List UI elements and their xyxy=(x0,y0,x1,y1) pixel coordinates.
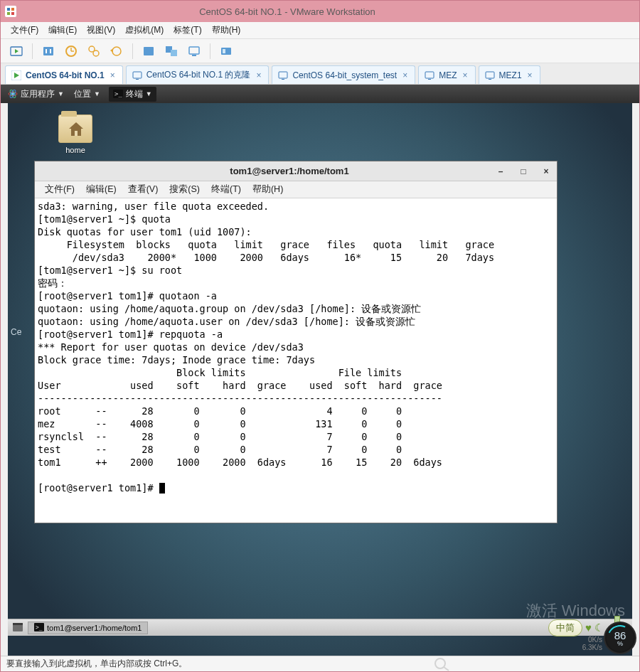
tab-close-icon[interactable]: × xyxy=(526,70,534,80)
tab-close-icon[interactable]: × xyxy=(401,70,409,80)
svg-rect-28 xyxy=(279,72,287,78)
toolbar-snapshot-button[interactable] xyxy=(61,42,81,60)
net-up: 6.3K/s xyxy=(582,644,602,651)
toolbar-power-button[interactable] xyxy=(6,42,26,60)
svg-marker-6 xyxy=(15,49,18,53)
svg-rect-9 xyxy=(50,49,51,53)
svg-rect-0 xyxy=(5,6,16,17)
heart-icon[interactable]: ♥ xyxy=(585,622,592,634)
svg-rect-29 xyxy=(282,79,284,80)
guest-places-menu[interactable]: 位置 ▼ xyxy=(73,88,102,100)
vm-icon xyxy=(278,70,288,80)
term-menu-edit[interactable]: 编辑(E) xyxy=(82,183,121,196)
terminal-titlebar[interactable]: tom1@server1:/home/tom1 – □ × xyxy=(35,161,557,181)
speed-unit: % xyxy=(617,640,623,647)
terminal-window[interactable]: tom1@server1:/home/tom1 – □ × 文件(F) 编辑(E… xyxy=(34,161,558,523)
terminal-menubar: 文件(F) 编辑(E) 查看(V) 搜索(S) 终端(T) 帮助(H) xyxy=(35,181,557,198)
tab-close-icon[interactable]: × xyxy=(255,70,262,80)
term-menu-search[interactable]: 搜索(S) xyxy=(165,183,204,196)
terminal-content[interactable]: sda3: warning, user file quota exceeded.… xyxy=(35,198,557,523)
vm-tab-bar: CentOS 64-bit NO.1 × CentOS 64-bit NO.1 … xyxy=(1,63,639,85)
svg-rect-42 xyxy=(75,131,78,136)
moon-icon[interactable]: ☾ xyxy=(594,622,604,634)
home-icon xyxy=(68,121,85,137)
truncated-label: Ce xyxy=(11,327,21,337)
toolbar-revert-button[interactable] xyxy=(107,42,127,60)
guest-taskbar: >_ tom1@server1:/home/tom1 中简 ♥ ☾ xyxy=(8,619,632,636)
guest-menu-label: 终端 xyxy=(126,88,143,100)
menu-vm[interactable]: 虚拟机(M) xyxy=(122,23,166,38)
vm-tab-2[interactable]: CentOS 64-bit NO.1 的克隆 × xyxy=(126,65,270,84)
toolbar-suspend-button[interactable] xyxy=(38,42,58,60)
vmware-logo-icon xyxy=(5,6,16,17)
guest-desktop[interactable]: home Ce tom1@server1:/home/tom1 – □ × 文件… xyxy=(1,103,639,656)
close-button[interactable]: × xyxy=(541,166,551,176)
vm-tab-label: MEZ xyxy=(439,70,457,80)
toolbar-console-button[interactable] xyxy=(184,42,204,60)
term-menu-view[interactable]: 查看(V) xyxy=(124,183,163,196)
menu-file[interactable]: 文件(F) xyxy=(8,23,41,38)
svg-rect-17 xyxy=(144,47,154,55)
svg-rect-27 xyxy=(136,79,139,80)
svg-rect-1 xyxy=(7,8,10,11)
svg-marker-16 xyxy=(110,48,113,53)
term-menu-help[interactable]: 帮助(H) xyxy=(248,183,287,196)
menu-edit[interactable]: 编辑(E) xyxy=(46,23,80,38)
terminal-icon: >_ xyxy=(34,623,44,633)
toolbar-unity-button[interactable] xyxy=(161,42,181,60)
vm-tab-5[interactable]: MEZ1 × xyxy=(479,65,540,84)
guest-applications-menu[interactable]: 应用程序 ▼ xyxy=(6,88,65,100)
tab-close-icon[interactable]: × xyxy=(109,70,117,80)
svg-line-48 xyxy=(444,667,449,671)
toolbar-fullscreen-button[interactable] xyxy=(139,42,159,60)
toolbar-snapshot-manager-button[interactable] xyxy=(84,42,104,60)
net-down: 0K/s xyxy=(582,636,602,644)
svg-rect-21 xyxy=(192,55,196,56)
taskbar-terminal-button[interactable]: >_ tom1@server1:/home/tom1 xyxy=(28,622,148,634)
menu-tabs[interactable]: 标签(T) xyxy=(171,23,204,38)
svg-text:>_: >_ xyxy=(114,90,122,97)
show-desktop-icon[interactable] xyxy=(12,622,23,634)
toolbar-thumbnail-button[interactable] xyxy=(216,42,236,60)
svg-point-15 xyxy=(112,47,121,55)
svg-rect-31 xyxy=(428,79,431,80)
host-border-left xyxy=(1,103,8,656)
vm-tab-label: CentOS 64-bit NO.1 的克隆 xyxy=(146,69,251,81)
chevron-down-icon: ▼ xyxy=(146,90,152,97)
svg-rect-19 xyxy=(171,50,177,56)
vm-tab-1[interactable]: CentOS 64-bit NO.1 × xyxy=(5,65,123,84)
svg-point-14 xyxy=(93,50,99,56)
terminal-icon: >_ xyxy=(113,90,123,98)
svg-rect-2 xyxy=(11,8,14,11)
vmware-titlebar[interactable]: CentOS 64-bit NO.1 - VMware Workstation xyxy=(1,1,639,22)
ime-indicator[interactable]: 中简 xyxy=(548,619,582,636)
vmware-statusbar: 要直接输入到此虚拟机，单击内部或按 Ctrl+G。 xyxy=(1,656,639,671)
vm-tab-3[interactable]: CentOS 64-bit_system_test × xyxy=(272,65,415,84)
term-menu-file[interactable]: 文件(F) xyxy=(41,183,79,196)
vmware-toolbar xyxy=(1,39,639,63)
minimize-button[interactable]: – xyxy=(496,166,506,176)
network-speed-label: 0K/s 6.3K/s xyxy=(582,636,602,651)
desktop-icon-label: home xyxy=(65,146,85,154)
tab-close-icon[interactable]: × xyxy=(462,70,469,80)
svg-point-34 xyxy=(11,92,14,95)
vmware-menubar: 文件(F) 编辑(E) 视图(V) 虚拟机(M) 标签(T) 帮助(H) xyxy=(1,22,639,39)
guest-terminal-launcher[interactable]: >_ 终端 ▼ xyxy=(109,87,156,102)
window-title: CentOS 64-bit NO.1 - VMware Workstation xyxy=(21,6,554,17)
term-menu-terminal[interactable]: 终端(T) xyxy=(207,183,245,196)
vmware-window: CentOS 64-bit NO.1 - VMware Workstation … xyxy=(0,0,640,672)
toolbar-divider xyxy=(132,43,133,59)
desktop-home-folder[interactable]: home xyxy=(50,114,100,154)
toolbar-divider xyxy=(32,43,33,59)
menu-help[interactable]: 帮助(H) xyxy=(209,23,244,38)
folder-icon xyxy=(58,114,92,143)
svg-rect-33 xyxy=(489,79,491,80)
speedometer-widget[interactable]: 86 % xyxy=(604,622,636,654)
svg-rect-32 xyxy=(486,72,494,78)
guest-menu-label: 位置 xyxy=(74,88,91,100)
menu-view[interactable]: 视图(V) xyxy=(84,23,118,38)
vm-tab-4[interactable]: MEZ × xyxy=(418,65,475,84)
maximize-button[interactable]: □ xyxy=(518,166,528,176)
svg-rect-7 xyxy=(43,47,53,55)
svg-marker-40 xyxy=(69,122,83,129)
